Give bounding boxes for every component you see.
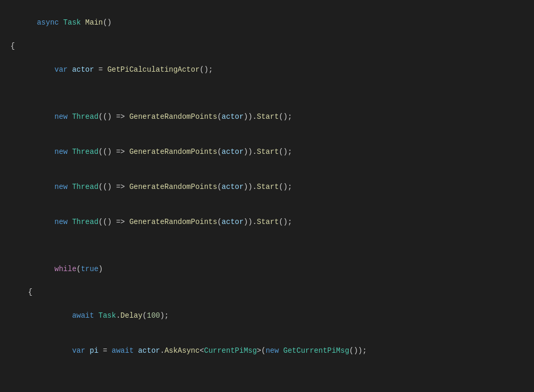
code-line-3: var actor = GetPiCalculatingActor(); — [0, 52, 534, 87]
code-line-14 — [0, 368, 534, 380]
code-line-6: new Thread(() => GenerateRandomPoints(ac… — [0, 134, 534, 169]
type-task: Task — [63, 18, 81, 27]
code-line-8: new Thread(() => GenerateRandomPoints(ac… — [0, 205, 534, 240]
code-line-7: new Thread(() => GenerateRandomPoints(ac… — [0, 169, 534, 204]
code-line-13: var pi = await actor.AskAsync<CurrentPiM… — [0, 333, 534, 368]
code-line-5: new Thread(() => GenerateRandomPoints(ac… — [0, 99, 534, 134]
code-line-11: { — [0, 286, 534, 298]
fn-main: Main — [85, 18, 103, 27]
code-line-10: while(true) — [0, 251, 534, 286]
code-line-12: await Task.Delay(100); — [0, 298, 534, 333]
code-line-9 — [0, 240, 534, 251]
code-line-1: async Task Main() — [0, 5, 534, 40]
code-line-2: { — [0, 40, 534, 52]
code-line-4 — [0, 87, 534, 99]
code-editor: async Task Main() { var actor = GetPiCal… — [0, 0, 534, 392]
code-line-15: Console.WriteLine($"pi: {'{'}pi.Value:N2… — [0, 380, 534, 393]
keyword-async: async — [37, 18, 59, 27]
